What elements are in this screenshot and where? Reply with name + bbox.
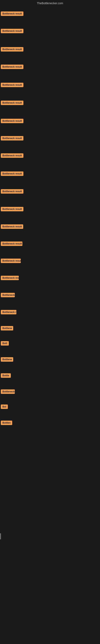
bottleneck-badge[interactable]: Bottlene <box>1 326 13 330</box>
bottleneck-badge[interactable]: Bottleneck result <box>1 258 21 263</box>
result-row: Bottleneck result <box>1 12 23 17</box>
result-row: Bottleneck result <box>1 172 23 177</box>
result-row: Bottleneck result <box>1 207 23 212</box>
result-row: Bottleneck result <box>1 136 23 141</box>
cursor-indicator <box>0 533 1 539</box>
bottleneck-badge[interactable]: Bottlen <box>1 420 12 425</box>
bottleneck-badge[interactable]: Bottleneck result <box>1 153 23 158</box>
bottleneck-badge[interactable]: Bottlene <box>1 357 13 362</box>
result-row: Bottleneck result <box>1 64 23 70</box>
site-title: TheBottlenecker.com <box>37 2 63 5</box>
bottleneck-badge[interactable]: Bottleneck result <box>1 172 23 176</box>
result-row: Bottlen <box>1 420 12 426</box>
bottleneck-badge[interactable]: Bottleneck result <box>1 224 23 229</box>
bottleneck-badge[interactable]: Bottleneck result <box>1 119 23 123</box>
result-row: Bottleneck result <box>1 83 23 88</box>
result-row: Bottleneck r <box>1 310 16 315</box>
bottleneck-badge[interactable]: Bottleneck result <box>1 100 23 105</box>
result-row: Bottleneck result <box>1 47 23 52</box>
result-row: Bottlene <box>1 326 13 331</box>
site-header: TheBottlenecker.com <box>0 0 100 6</box>
result-row: Bott <box>1 341 9 346</box>
bottleneck-badge[interactable]: Bottleneck result <box>1 29 23 33</box>
bottleneck-badge[interactable]: Bottleneck result <box>1 189 23 194</box>
bottleneck-badge[interactable]: Bottle <box>1 373 11 378</box>
result-row: Bottleneck <box>1 293 15 298</box>
bottleneck-badge[interactable]: Bottleneck result <box>1 242 22 246</box>
result-row: Bottleneck result <box>1 258 21 264</box>
bottleneck-badge[interactable]: Bott <box>1 341 9 346</box>
bottleneck-badge[interactable]: Bottleneck r <box>1 310 16 314</box>
bottleneck-badge[interactable]: Bottleneck res <box>1 276 19 280</box>
bottleneck-badge[interactable]: Bottleneck result <box>1 12 23 16</box>
result-row: Bottlene <box>1 357 13 362</box>
bottleneck-badge[interactable]: Bottleneck result <box>1 83 23 87</box>
result-row: Bottleneck result <box>1 224 23 230</box>
result-row: Bottleneck res <box>1 276 19 281</box>
bottleneck-badge[interactable]: Bottleneck <box>1 293 15 297</box>
result-row: Bottleneck result <box>1 189 23 194</box>
result-row: Bottleneck <box>1 390 15 395</box>
result-row: Bottleneck result <box>1 119 23 124</box>
result-row: Bottleneck result <box>1 153 23 158</box>
result-row: Bottleneck result <box>1 100 23 106</box>
result-row: Bottle <box>1 373 11 378</box>
bottleneck-badge[interactable]: Bottleneck result <box>1 47 23 52</box>
result-row: Bottleneck result <box>1 29 23 34</box>
bottleneck-badge[interactable]: Bottleneck result <box>1 207 23 211</box>
bottleneck-badge[interactable]: Bottleneck result <box>1 136 23 140</box>
result-row: Bol <box>1 404 8 410</box>
bottleneck-badge[interactable]: Bol <box>1 404 8 409</box>
bottleneck-badge[interactable]: Bottleneck result <box>1 64 23 69</box>
bottleneck-badge[interactable]: Bottleneck <box>1 390 15 394</box>
result-row: Bottleneck result <box>1 242 22 247</box>
